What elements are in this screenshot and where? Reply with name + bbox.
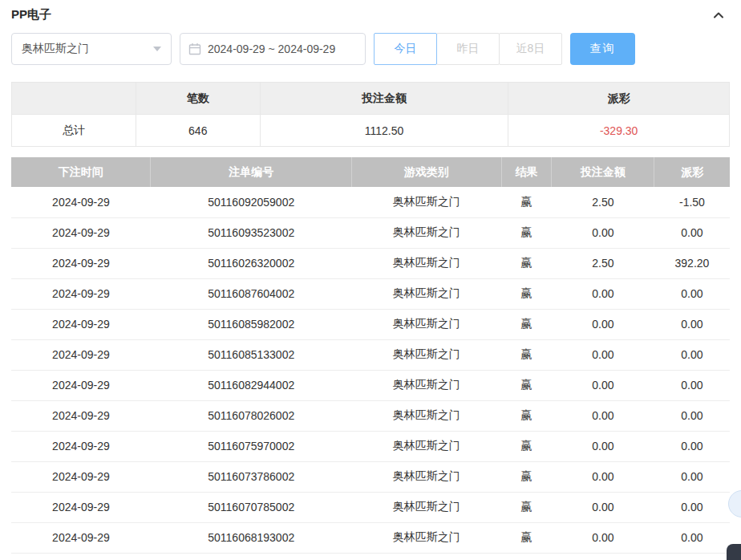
game-category-cell: 奥林匹斯之门 xyxy=(352,400,501,431)
floating-dark-widget-icon[interactable] xyxy=(727,544,741,560)
bet-amount-cell: 0.00 xyxy=(552,339,654,370)
payout-cell: 392.20 xyxy=(654,248,730,278)
game-category-cell: 奥林匹斯之门 xyxy=(352,370,501,400)
order-number-cell: 50116078026002 xyxy=(151,400,352,431)
calendar-icon xyxy=(188,43,201,55)
order-number-cell: 50116085982002 xyxy=(151,309,352,339)
bet-time-cell: 2024-09-29 xyxy=(11,370,151,400)
summary-header-payout: 派彩 xyxy=(508,83,730,115)
summary-table: 笔数 投注金额 派彩 总计 646 1112.50 -329.30 xyxy=(11,82,730,147)
bet-table-body: 2024-09-2950116092059002奥林匹斯之门赢2.50-1.50… xyxy=(11,187,730,553)
game-select[interactable]: 奥林匹斯之门 xyxy=(11,33,172,65)
bet-amount-cell: 0.00 xyxy=(552,217,654,248)
header-result: 结果 xyxy=(501,157,552,187)
order-number-cell: 50116085133002 xyxy=(151,339,352,370)
result-cell: 赢 xyxy=(501,492,552,522)
summary-header-count: 笔数 xyxy=(136,83,260,115)
result-cell: 赢 xyxy=(501,461,552,492)
table-row: 2024-09-2950116082944002奥林匹斯之门赢0.000.00 xyxy=(11,370,730,400)
bet-time-cell: 2024-09-29 xyxy=(11,217,151,248)
result-cell: 赢 xyxy=(501,370,552,400)
quick-filter-group: 今日 昨日 近8日 xyxy=(374,33,562,65)
bet-time-cell: 2024-09-29 xyxy=(11,431,151,461)
pp-games-panel: PP电子 奥林匹斯之门 2024-09-29 ~ 2024-09-29 xyxy=(0,0,741,554)
table-row: 2024-09-2950116087604002奥林匹斯之门赢0.000.00 xyxy=(11,278,730,309)
bet-amount-cell: 2.50 xyxy=(552,187,654,217)
payout-cell: 0.00 xyxy=(654,431,730,461)
game-category-cell: 奥林匹斯之门 xyxy=(352,339,501,370)
summary-header-bet-amount: 投注金额 xyxy=(260,83,508,115)
panel-title: PP电子 xyxy=(11,7,51,22)
payout-cell: 0.00 xyxy=(654,492,730,522)
order-number-cell: 50116093523002 xyxy=(151,217,352,248)
summary-bet-amount-value: 1112.50 xyxy=(260,115,508,147)
game-category-cell: 奥林匹斯之门 xyxy=(352,278,501,309)
payout-cell: 0.00 xyxy=(654,339,730,370)
table-row: 2024-09-2950116085982002奥林匹斯之门赢0.000.00 xyxy=(11,309,730,339)
bet-time-cell: 2024-09-29 xyxy=(11,248,151,278)
bet-amount-cell: 0.00 xyxy=(552,461,654,492)
game-category-cell: 奥林匹斯之门 xyxy=(352,461,501,492)
bet-amount-cell: 0.00 xyxy=(552,522,654,553)
search-button[interactable]: 查询 xyxy=(570,33,635,65)
bet-amount-cell: 0.00 xyxy=(552,400,654,431)
bet-time-cell: 2024-09-29 xyxy=(11,278,151,309)
header-bet-time: 下注时间 xyxy=(11,157,151,187)
payout-cell: 0.00 xyxy=(654,370,730,400)
order-number-cell: 50116073786002 xyxy=(151,461,352,492)
date-range-picker[interactable]: 2024-09-29 ~ 2024-09-29 xyxy=(180,33,366,65)
order-number-cell: 50116026320002 xyxy=(151,248,352,278)
payout-cell: 0.00 xyxy=(654,309,730,339)
date-range-value: 2024-09-29 ~ 2024-09-29 xyxy=(208,43,335,55)
header-game-category: 游戏类别 xyxy=(352,157,501,187)
table-row: 2024-09-2950116070785002奥林匹斯之门赢0.000.00 xyxy=(11,492,730,522)
bet-records-table: 下注时间 注单编号 游戏类别 结果 投注金额 派彩 2024-09-295011… xyxy=(11,157,730,554)
quick-filter-today-button[interactable]: 今日 xyxy=(374,33,437,65)
bet-time-cell: 2024-09-29 xyxy=(11,187,151,217)
table-row: 2024-09-2950116068193002奥林匹斯之门赢0.000.00 xyxy=(11,522,730,553)
quick-filter-last8days-button[interactable]: 近8日 xyxy=(499,33,562,65)
game-category-cell: 奥林匹斯之门 xyxy=(352,217,501,248)
payout-cell: 0.00 xyxy=(654,461,730,492)
header-order-number: 注单编号 xyxy=(151,157,352,187)
collapse-chevron-up-icon[interactable] xyxy=(712,9,730,22)
filter-row: 奥林匹斯之门 2024-09-29 ~ 2024-09-29 今日 昨日 近8日… xyxy=(11,33,730,65)
panel-header: PP电子 xyxy=(11,0,730,33)
bet-time-cell: 2024-09-29 xyxy=(11,522,151,553)
table-row: 2024-09-2950116078026002奥林匹斯之门赢0.000.00 xyxy=(11,400,730,431)
bet-amount-cell: 0.00 xyxy=(552,492,654,522)
result-cell: 赢 xyxy=(501,278,552,309)
game-category-cell: 奥林匹斯之门 xyxy=(352,522,501,553)
bet-amount-cell: 0.00 xyxy=(552,431,654,461)
game-category-cell: 奥林匹斯之门 xyxy=(352,431,501,461)
order-number-cell: 50116068193002 xyxy=(151,522,352,553)
chevron-down-icon xyxy=(153,47,161,51)
result-cell: 赢 xyxy=(501,339,552,370)
result-cell: 赢 xyxy=(501,431,552,461)
result-cell: 赢 xyxy=(501,217,552,248)
header-bet-amount: 投注金额 xyxy=(552,157,654,187)
quick-filter-yesterday-button[interactable]: 昨日 xyxy=(436,33,500,65)
bet-time-cell: 2024-09-29 xyxy=(11,400,151,431)
summary-total-label: 总计 xyxy=(12,115,136,147)
result-cell: 赢 xyxy=(501,187,552,217)
order-number-cell: 50116082944002 xyxy=(151,370,352,400)
payout-cell: -1.50 xyxy=(654,187,730,217)
payout-cell: 0.00 xyxy=(654,522,730,553)
bet-amount-cell: 2.50 xyxy=(552,248,654,278)
table-row: 2024-09-2950116073786002奥林匹斯之门赢0.000.00 xyxy=(11,461,730,492)
summary-header-row: 笔数 投注金额 派彩 xyxy=(12,83,730,115)
bet-table-header-row: 下注时间 注单编号 游戏类别 结果 投注金额 派彩 xyxy=(11,157,730,187)
result-cell: 赢 xyxy=(501,309,552,339)
table-row: 2024-09-2950116093523002奥林匹斯之门赢0.000.00 xyxy=(11,217,730,248)
payout-cell: 0.00 xyxy=(654,217,730,248)
bet-time-cell: 2024-09-29 xyxy=(11,461,151,492)
summary-total-row: 总计 646 1112.50 -329.30 xyxy=(12,115,730,147)
order-number-cell: 50116075970002 xyxy=(151,431,352,461)
table-row: 2024-09-2950116075970002奥林匹斯之门赢0.000.00 xyxy=(11,431,730,461)
bet-time-cell: 2024-09-29 xyxy=(11,339,151,370)
summary-count-value: 646 xyxy=(136,115,260,147)
order-number-cell: 50116070785002 xyxy=(151,492,352,522)
table-row: 2024-09-2950116092059002奥林匹斯之门赢2.50-1.50 xyxy=(11,187,730,217)
game-category-cell: 奥林匹斯之门 xyxy=(352,187,501,217)
